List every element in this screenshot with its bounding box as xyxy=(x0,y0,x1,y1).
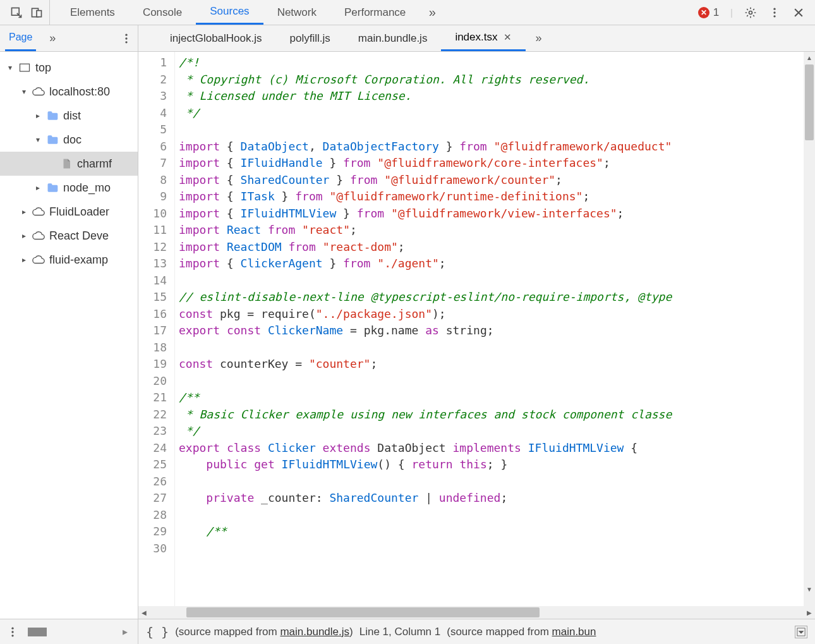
code-line[interactable]: const counterKey = "counter"; xyxy=(179,356,815,373)
scroll-up-icon[interactable]: ▲ xyxy=(804,52,815,63)
tree-row[interactable]: top xyxy=(0,56,138,80)
device-toggle-icon[interactable] xyxy=(30,6,43,19)
line-number[interactable]: 19 xyxy=(138,356,167,373)
close-tab-icon[interactable]: ✕ xyxy=(504,32,512,43)
horizontal-scroll-thumb[interactable] xyxy=(186,607,540,617)
line-number[interactable]: 17 xyxy=(138,322,167,339)
caret-down-icon[interactable] xyxy=(6,63,14,72)
navigator-menu-icon[interactable] xyxy=(120,32,133,45)
code-line[interactable]: import { IFluidHTMLView } from "@fluidfr… xyxy=(179,205,815,222)
code-line[interactable]: const pkg = require("../package.json"); xyxy=(179,306,815,323)
code-line[interactable]: import { ITask } from "@fluidframework/r… xyxy=(179,188,815,205)
line-number[interactable]: 28 xyxy=(138,507,167,524)
tree-row[interactable]: dist xyxy=(0,104,138,128)
code-line[interactable] xyxy=(179,121,815,138)
caret-right-icon[interactable] xyxy=(34,183,42,192)
code-line[interactable]: import { DataObject, DataObjectFactory }… xyxy=(179,138,815,155)
code-line[interactable]: import React from "react"; xyxy=(179,222,815,239)
tree-row[interactable]: localhost:80 xyxy=(0,80,138,104)
line-number[interactable]: 13 xyxy=(138,255,167,272)
line-number[interactable]: 1 xyxy=(138,54,167,71)
line-number[interactable]: 16 xyxy=(138,306,167,323)
code-line[interactable] xyxy=(179,272,815,289)
more-tabs-icon[interactable]: » xyxy=(426,6,438,19)
navigator-tab-page[interactable]: Page xyxy=(5,25,36,51)
code-line[interactable] xyxy=(179,507,815,524)
code-line[interactable]: /** xyxy=(179,389,815,406)
panel-tab-console[interactable]: Console xyxy=(129,0,196,25)
drawer-chevron-icon[interactable]: ▸ xyxy=(119,626,131,638)
mapped-link[interactable]: main.bundle.js xyxy=(280,626,349,638)
panel-tab-network[interactable]: Network xyxy=(263,0,330,25)
scroll-down-icon[interactable]: ▼ xyxy=(804,583,815,595)
settings-gear-icon[interactable] xyxy=(744,6,757,19)
line-number[interactable]: 25 xyxy=(138,456,167,473)
caret-down-icon[interactable] xyxy=(20,87,28,96)
line-number[interactable]: 20 xyxy=(138,373,167,390)
code-line[interactable]: import { SharedCounter } from "@fluidfra… xyxy=(179,172,815,189)
code-line[interactable]: export class Clicker extends DataObject … xyxy=(179,440,815,457)
close-devtools-icon[interactable] xyxy=(792,6,805,19)
scroll-left-icon[interactable]: ◀ xyxy=(138,609,150,616)
more-navigator-tabs-icon[interactable]: » xyxy=(46,32,59,45)
code-line[interactable] xyxy=(179,373,815,390)
code-line[interactable]: export const ClickerName = pkg.name as s… xyxy=(179,322,815,339)
line-number[interactable]: 11 xyxy=(138,222,167,239)
line-number[interactable]: 4 xyxy=(138,105,167,122)
code-line[interactable]: private _counter: SharedCounter | undefi… xyxy=(179,490,815,507)
line-number[interactable]: 15 xyxy=(138,289,167,306)
line-number[interactable]: 27 xyxy=(138,490,167,507)
code-line[interactable]: * Copyright (c) Microsoft Corporation. A… xyxy=(179,71,815,88)
scroll-right-icon[interactable]: ▶ xyxy=(804,609,815,616)
line-number[interactable]: 30 xyxy=(138,540,167,557)
code-line[interactable]: /*! xyxy=(179,54,815,71)
caret-right-icon[interactable] xyxy=(20,207,28,216)
file-tab[interactable]: main.bundle.js xyxy=(344,25,442,51)
code-line[interactable]: public get IFluidHTMLView() { return thi… xyxy=(179,456,815,473)
mapped-link-2[interactable]: main.bun xyxy=(552,626,596,638)
line-number[interactable]: 24 xyxy=(138,440,167,457)
tree-row[interactable]: doc xyxy=(0,128,138,152)
tree-row[interactable]: fluid-examp xyxy=(0,248,138,272)
error-badge[interactable]: ✕ 1 xyxy=(698,6,719,19)
line-number[interactable]: 14 xyxy=(138,272,167,289)
tree-row[interactable]: React Deve xyxy=(0,224,138,248)
panel-tab-sources[interactable]: Sources xyxy=(196,0,263,25)
code-line[interactable] xyxy=(179,540,815,557)
code-line[interactable]: */ xyxy=(179,105,815,122)
line-number[interactable]: 29 xyxy=(138,523,167,540)
line-number[interactable]: 7 xyxy=(138,155,167,172)
drag-handle-icon[interactable] xyxy=(28,628,47,636)
more-file-tabs-icon[interactable]: » xyxy=(532,32,545,45)
line-number[interactable]: 21 xyxy=(138,389,167,406)
line-number[interactable]: 18 xyxy=(138,339,167,356)
code-content[interactable]: /*! * Copyright (c) Microsoft Corporatio… xyxy=(175,52,815,606)
line-number[interactable]: 10 xyxy=(138,205,167,222)
file-tab[interactable]: polyfill.js xyxy=(276,25,344,51)
code-line[interactable] xyxy=(179,339,815,356)
tree-row[interactable]: FluidLoader xyxy=(0,200,138,224)
toggle-navigator-icon[interactable] xyxy=(143,32,156,45)
line-number[interactable]: 22 xyxy=(138,406,167,423)
expand-drawer-icon[interactable] xyxy=(6,626,19,638)
code-line[interactable]: import ReactDOM from "react-dom"; xyxy=(179,239,815,256)
file-tab[interactable]: index.tsx✕ xyxy=(441,25,526,51)
line-number[interactable]: 8 xyxy=(138,172,167,189)
tree-row[interactable]: node_mo xyxy=(0,176,138,200)
inspect-element-icon[interactable] xyxy=(10,6,23,19)
coverage-icon[interactable] xyxy=(795,626,807,638)
vertical-scroll-thumb[interactable] xyxy=(805,64,814,140)
code-line[interactable]: */ xyxy=(179,423,815,440)
vertical-scrollbar[interactable]: ▲ ▼ xyxy=(804,52,815,606)
line-number[interactable]: 12 xyxy=(138,239,167,256)
file-tab[interactable]: injectGlobalHook.js xyxy=(156,25,276,51)
kebab-menu-icon[interactable] xyxy=(768,6,781,19)
line-number[interactable]: 5 xyxy=(138,121,167,138)
code-line[interactable]: * Licensed under the MIT License. xyxy=(179,88,815,105)
line-number[interactable]: 23 xyxy=(138,423,167,440)
code-line[interactable]: import { IFluidHandle } from "@fluidfram… xyxy=(179,155,815,172)
line-number[interactable]: 2 xyxy=(138,71,167,88)
panel-tab-performance[interactable]: Performance xyxy=(330,0,420,25)
line-number[interactable]: 9 xyxy=(138,188,167,205)
pretty-print-icon[interactable]: { } xyxy=(146,624,169,640)
